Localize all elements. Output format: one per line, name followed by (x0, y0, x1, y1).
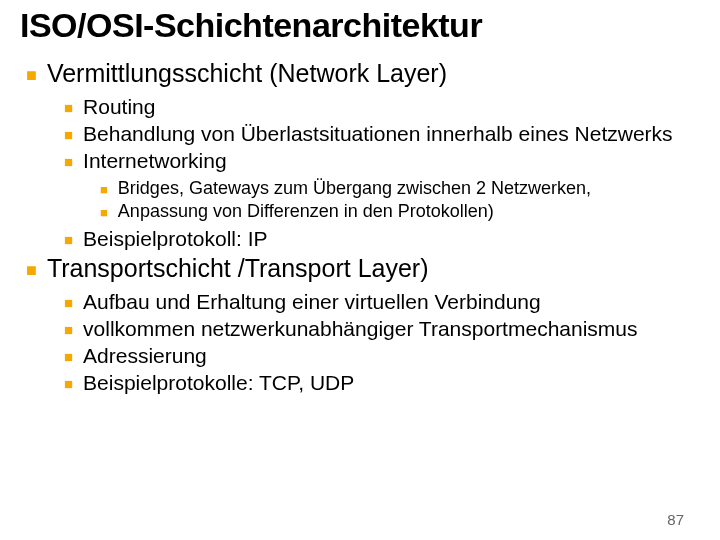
list-item: ■ Behandlung von Überlastsituationen inn… (20, 121, 700, 146)
list-item: ■ Adressierung (20, 343, 700, 368)
item-list: ■ Routing ■ Behandlung von Überlastsitua… (20, 94, 700, 252)
bullet-icon: ■ (64, 100, 73, 115)
slide: ISO/OSI-Schichtenarchitektur ■ Vermittlu… (0, 0, 720, 540)
section-heading-text: Transportschicht /Transport Layer) (47, 254, 429, 283)
bullet-icon: ■ (64, 295, 73, 310)
page-title: ISO/OSI-Schichtenarchitektur (20, 0, 700, 59)
bullet-icon: ■ (64, 232, 73, 247)
subitem-list: ■ Bridges, Gateways zum Übergang zwische… (20, 178, 700, 223)
item-text: Routing (83, 94, 155, 119)
bullet-icon: ■ (64, 154, 73, 169)
section-list: ■ Vermittlungsschicht (Network Layer) ■ … (20, 59, 700, 395)
bullet-icon: ■ (26, 261, 37, 279)
bullet-icon: ■ (100, 206, 108, 219)
subitem-text: Anpassung von Differenzen in den Protoko… (118, 201, 494, 223)
list-item: ■ Beispielprotokolle: TCP, UDP (20, 370, 700, 395)
item-text: Behandlung von Überlastsituationen inner… (83, 121, 673, 146)
list-item: ■ Internetworking (20, 148, 700, 173)
list-item: ■ Beispielprotokoll: IP (20, 226, 700, 251)
bullet-icon: ■ (64, 322, 73, 337)
list-item: ■ vollkommen netzwerkunabhängiger Transp… (20, 316, 700, 341)
page-number: 87 (667, 511, 684, 528)
item-text: vollkommen netzwerkunabhängiger Transpor… (83, 316, 637, 341)
item-text: Beispielprotokolle: TCP, UDP (83, 370, 354, 395)
item-text: Internetworking (83, 148, 227, 173)
subitem-text: Bridges, Gateways zum Übergang zwischen … (118, 178, 591, 200)
list-item: ■ Anpassung von Differenzen in den Proto… (20, 201, 700, 223)
bullet-icon: ■ (100, 183, 108, 196)
item-text: Adressierung (83, 343, 207, 368)
section-heading-text: Vermittlungsschicht (Network Layer) (47, 59, 447, 88)
list-item: ■ Routing (20, 94, 700, 119)
section-heading: ■ Transportschicht /Transport Layer) (20, 254, 700, 283)
item-text: Beispielprotokoll: IP (83, 226, 267, 251)
bullet-icon: ■ (64, 127, 73, 142)
bullet-icon: ■ (64, 376, 73, 391)
section-heading: ■ Vermittlungsschicht (Network Layer) (20, 59, 700, 88)
item-list: ■ Aufbau und Erhaltung einer virtuellen … (20, 289, 700, 396)
item-text: Aufbau und Erhaltung einer virtuellen Ve… (83, 289, 541, 314)
list-item: ■ Aufbau und Erhaltung einer virtuellen … (20, 289, 700, 314)
bullet-icon: ■ (26, 66, 37, 84)
bullet-icon: ■ (64, 349, 73, 364)
list-item: ■ Bridges, Gateways zum Übergang zwische… (20, 178, 700, 200)
